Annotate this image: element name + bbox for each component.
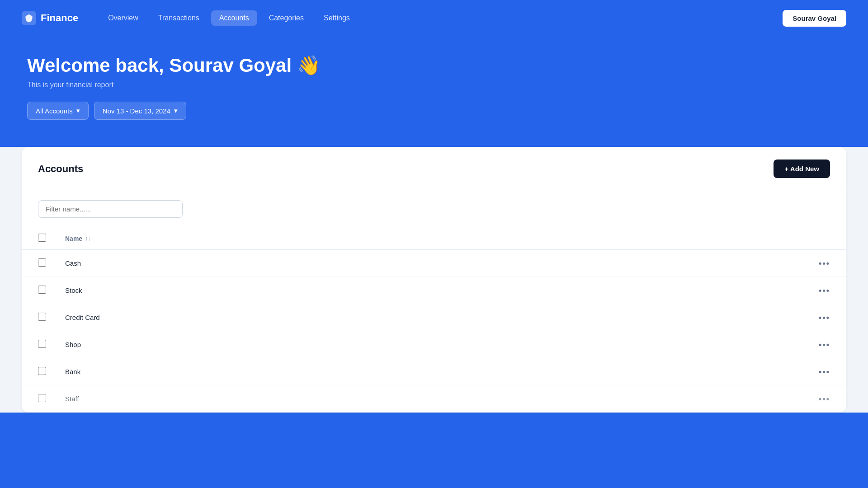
more-options-icon-3[interactable]: ••• <box>819 313 830 322</box>
all-accounts-filter[interactable]: All Accounts ▾ <box>27 102 89 120</box>
nav-categories[interactable]: Categories <box>261 10 312 26</box>
more-options-icon-4[interactable]: ••• <box>819 340 830 349</box>
row-checkbox-6[interactable] <box>38 394 46 402</box>
hero-controls: All Accounts ▾ Nov 13 - Dec 13, 2024 ▾ <box>27 102 841 120</box>
navbar: Finance Overview Transactions Accounts C… <box>0 0 868 36</box>
row-checkbox-5[interactable] <box>38 367 46 375</box>
row-actions-cell: ••• <box>532 304 846 331</box>
row-checkbox-3[interactable] <box>38 313 46 321</box>
chevron-down-icon: ▾ <box>76 107 80 115</box>
row-name-cell: Cash <box>49 250 532 277</box>
row-name-cell: Stock <box>49 277 532 304</box>
row-checkbox-cell <box>22 358 49 385</box>
table-header-actions <box>532 227 846 250</box>
table-header-checkbox <box>22 227 49 250</box>
more-options-icon-2[interactable]: ••• <box>819 286 830 295</box>
date-range-filter[interactable]: Nov 13 - Dec 13, 2024 ▾ <box>94 102 186 120</box>
table-header-row: Name ↑↓ <box>22 227 846 250</box>
nav-links: Overview Transactions Accounts Categorie… <box>100 10 358 26</box>
nav-transactions[interactable]: Transactions <box>150 10 208 26</box>
row-actions-cell: ••• <box>532 385 846 413</box>
select-all-checkbox[interactable] <box>38 234 46 242</box>
name-column-label: Name <box>65 235 82 242</box>
row-checkbox-cell <box>22 304 49 331</box>
row-actions-cell: ••• <box>532 277 846 304</box>
table-row: Shop ••• <box>22 331 846 358</box>
welcome-heading: Welcome back, Sourav Goyal 👋 <box>27 54 841 76</box>
row-actions-cell: ••• <box>532 358 846 385</box>
table-row: Bank ••• <box>22 358 846 385</box>
table-row: Stock ••• <box>22 277 846 304</box>
filter-name-input[interactable] <box>38 200 183 218</box>
table-row: Cash ••• <box>22 250 846 277</box>
hero-section: Welcome back, Sourav Goyal 👋 This is you… <box>0 36 868 147</box>
row-name-cell: Credit Card <box>49 304 532 331</box>
more-options-icon-1[interactable]: ••• <box>819 259 830 268</box>
more-options-icon-5[interactable]: ••• <box>819 367 830 376</box>
row-checkbox-4[interactable] <box>38 340 46 348</box>
more-options-icon-6[interactable]: ••• <box>819 394 830 404</box>
user-button[interactable]: Sourav Goyal <box>783 10 846 27</box>
accounts-header: Accounts + Add New <box>22 147 846 191</box>
row-checkbox-cell <box>22 331 49 358</box>
nav-accounts[interactable]: Accounts <box>211 10 257 26</box>
app-title: Finance <box>41 12 78 24</box>
row-actions-cell: ••• <box>532 250 846 277</box>
logo[interactable]: Finance <box>22 11 78 25</box>
row-checkbox-2[interactable] <box>38 286 46 294</box>
nav-settings[interactable]: Settings <box>316 10 358 26</box>
logo-icon <box>22 11 36 25</box>
row-name-cell: Bank <box>49 358 532 385</box>
date-range-label: Nov 13 - Dec 13, 2024 <box>103 107 170 115</box>
all-accounts-label: All Accounts <box>36 107 73 115</box>
filter-input-wrap <box>22 191 846 227</box>
nav-overview[interactable]: Overview <box>100 10 146 26</box>
accounts-title: Accounts <box>38 163 83 175</box>
row-name-cell: Shop <box>49 331 532 358</box>
row-name-cell: Staff <box>49 385 532 413</box>
row-checkbox-cell <box>22 385 49 413</box>
add-new-button[interactable]: + Add New <box>774 160 830 178</box>
row-checkbox-cell <box>22 277 49 304</box>
sort-icon[interactable]: ↑↓ <box>85 235 91 242</box>
accounts-card: Accounts + Add New Name ↑↓ <box>22 147 846 413</box>
hero-subtitle: This is your financial report <box>27 81 841 89</box>
table-row: Staff ••• <box>22 385 846 413</box>
row-checkbox-cell <box>22 250 49 277</box>
table-header-name: Name ↑↓ <box>49 227 532 250</box>
row-actions-cell: ••• <box>532 331 846 358</box>
row-checkbox-1[interactable] <box>38 258 46 267</box>
nav-left: Finance Overview Transactions Accounts C… <box>22 10 358 26</box>
accounts-table: Name ↑↓ Cash ••• Stock <box>22 227 846 413</box>
chevron-down-icon-2: ▾ <box>174 107 178 115</box>
table-row: Credit Card ••• <box>22 304 846 331</box>
